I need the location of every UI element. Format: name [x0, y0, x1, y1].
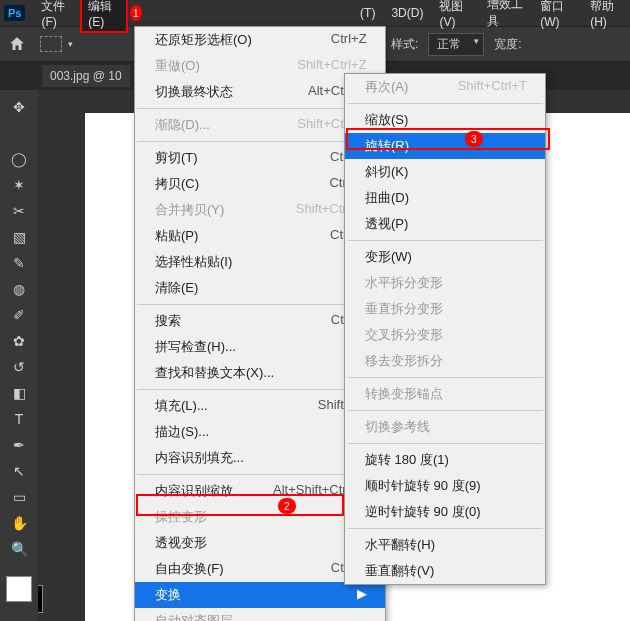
shape-tool-icon[interactable]: ▭ [5, 485, 33, 509]
pen-tool-icon[interactable]: ✒ [5, 433, 33, 457]
color-swatch[interactable] [6, 576, 32, 602]
annotation-2: 2 [278, 498, 296, 514]
wand-tool-icon[interactable]: ✶ [5, 173, 33, 197]
menu-item[interactable]: 还原矩形选框(O)Ctrl+Z [135, 27, 385, 53]
menu-item: 水平拆分变形 [345, 270, 545, 296]
menu-item[interactable]: 扭曲(D) [345, 185, 545, 211]
menu-plugins[interactable]: 增效工具 [479, 0, 533, 34]
app-logo: Ps [4, 5, 25, 21]
menu-type[interactable]: (T) [352, 2, 383, 24]
move-tool-icon[interactable]: ✥ [5, 95, 33, 119]
menu-item[interactable]: 顺时针旋转 90 度(9) [345, 473, 545, 499]
marquee-tool-icon[interactable] [5, 121, 33, 145]
style-label: 样式: [391, 36, 418, 53]
history-brush-icon[interactable]: ↺ [5, 355, 33, 379]
menu-bar: Ps 文件(F) 编辑(E) 1 (T) 3D(D) 视图(V) 增效工具 窗口… [0, 0, 630, 26]
menu-item: 切换参考线 [345, 414, 545, 440]
menu-item[interactable]: 变换▶ [135, 582, 385, 608]
width-label: 宽度: [494, 36, 521, 53]
document-tab[interactable]: 003.jpg @ 10 [42, 65, 130, 87]
menu-item: 垂直拆分变形 [345, 296, 545, 322]
dropdown-icon[interactable]: ▾ [68, 39, 73, 49]
menu-item[interactable]: 缩放(S) [345, 107, 545, 133]
menu-item[interactable]: 旋转(R) [345, 133, 545, 159]
crop-tool-icon[interactable]: ✂ [5, 199, 33, 223]
menu-item: 自动对齐图层... [135, 608, 385, 621]
menu-window[interactable]: 窗口(W) [532, 0, 582, 33]
menu-item[interactable]: 斜切(K) [345, 159, 545, 185]
stamp-tool-icon[interactable]: ✿ [5, 329, 33, 353]
style-select[interactable]: 正常 [428, 33, 484, 56]
heal-tool-icon[interactable]: ◍ [5, 277, 33, 301]
eraser-tool-icon[interactable]: ◧ [5, 381, 33, 405]
menu-3d[interactable]: 3D(D) [383, 2, 431, 24]
menu-item: 移去变形拆分 [345, 348, 545, 374]
menu-item[interactable]: 水平翻转(H) [345, 532, 545, 558]
home-icon[interactable] [8, 35, 26, 53]
menu-item[interactable]: 旋转 180 度(1) [345, 447, 545, 473]
type-tool-icon[interactable]: T [5, 407, 33, 431]
menu-item: 交叉拆分变形 [345, 322, 545, 348]
tools-panel: ✥ ◯ ✶ ✂ ▧ ✎ ◍ ✐ ✿ ↺ ◧ T ✒ ↖ ▭ ✋ 🔍 [0, 90, 38, 621]
menu-help[interactable]: 帮助(H) [582, 0, 630, 33]
menu-item[interactable]: 透视(P) [345, 211, 545, 237]
marquee-tool-icon[interactable] [40, 36, 62, 52]
zoom-tool-icon[interactable]: 🔍 [5, 537, 33, 561]
menu-item: 再次(A)Shift+Ctrl+T [345, 74, 545, 100]
menu-edit[interactable]: 编辑(E) [80, 0, 127, 33]
menu-view[interactable]: 视图(V) [431, 0, 478, 33]
menu-item[interactable]: 逆时针旋转 90 度(0) [345, 499, 545, 525]
brush-tool-icon[interactable]: ✐ [5, 303, 33, 327]
frame-tool-icon[interactable]: ▧ [5, 225, 33, 249]
menu-item[interactable]: 变形(W) [345, 244, 545, 270]
menu-file[interactable]: 文件(F) [33, 0, 80, 33]
lasso-tool-icon[interactable]: ◯ [5, 147, 33, 171]
menu-item: 转换变形锚点 [345, 381, 545, 407]
path-tool-icon[interactable]: ↖ [5, 459, 33, 483]
menu-item[interactable]: 垂直翻转(V) [345, 558, 545, 584]
eyedropper-tool-icon[interactable]: ✎ [5, 251, 33, 275]
hand-tool-icon[interactable]: ✋ [5, 511, 33, 535]
transform-submenu: 再次(A)Shift+Ctrl+T缩放(S)旋转(R)斜切(K)扭曲(D)透视(… [344, 73, 546, 585]
annotation-3: 3 [465, 131, 483, 147]
annotation-1: 1 [130, 5, 143, 21]
